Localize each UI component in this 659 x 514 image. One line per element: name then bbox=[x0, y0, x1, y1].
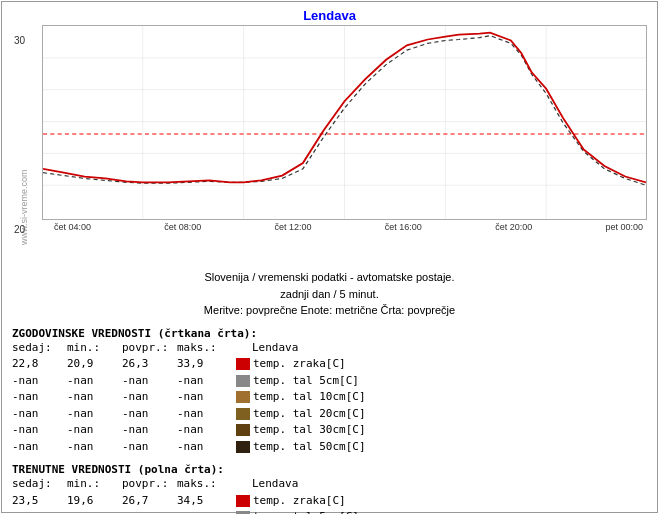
cell-sedaj: -nan bbox=[12, 439, 67, 456]
x-axis-labels: čet 04:00 čet 08:00 čet 12:00 čet 16:00 … bbox=[42, 220, 647, 234]
cell-label: temp. zraka[C] bbox=[236, 493, 346, 510]
svg-rect-17 bbox=[236, 495, 250, 507]
y-label-30: 30 bbox=[14, 35, 25, 46]
cell-min: -nan bbox=[67, 373, 122, 390]
cell-sedaj: -nan bbox=[12, 389, 67, 406]
cell-min: -nan bbox=[67, 406, 122, 423]
cell-maks: -nan bbox=[177, 422, 232, 439]
historic-col-sedaj: sedaj: bbox=[12, 340, 67, 357]
current-title: TRENUTNE VREDNOSTI (polna črta): bbox=[12, 463, 647, 476]
svg-rect-12 bbox=[236, 375, 250, 387]
table-row: -nan -nan -nan -nan temp. tal 20cm[C] bbox=[12, 406, 647, 423]
caption-line3: Meritve: povprečne Enote: metrične Črta:… bbox=[2, 302, 657, 319]
main-container: Lendava www.si-vreme.com 30 20 bbox=[1, 1, 658, 513]
current-col-maks: maks.: bbox=[177, 476, 232, 493]
cell-povpr: -nan bbox=[122, 406, 177, 423]
cell-maks: -nan bbox=[177, 389, 232, 406]
current-col-min: min.: bbox=[67, 476, 122, 493]
chart-container: www.si-vreme.com 30 20 bbox=[2, 25, 657, 265]
cell-min: -nan bbox=[67, 439, 122, 456]
x-label-5: pet 00:00 bbox=[605, 222, 643, 232]
cell-label: temp. zraka[C] bbox=[236, 356, 346, 373]
cell-sedaj: -nan bbox=[12, 373, 67, 390]
table-row: 23,5 19,6 26,7 34,5 temp. zraka[C] bbox=[12, 493, 647, 510]
x-label-1: čet 08:00 bbox=[164, 222, 201, 232]
cell-min: 19,6 bbox=[67, 493, 122, 510]
historic-col-min: min.: bbox=[67, 340, 122, 357]
historic-location: Lendava bbox=[252, 340, 298, 357]
cell-label: temp. tal 5cm[C] bbox=[236, 373, 359, 390]
cell-povpr: -nan bbox=[122, 439, 177, 456]
watermark: www.si-vreme.com bbox=[19, 45, 29, 245]
cell-povpr: 26,3 bbox=[122, 356, 177, 373]
table-row: -nan -nan -nan -nan temp. tal 5cm[C] bbox=[12, 373, 647, 390]
cell-min: -nan bbox=[67, 509, 122, 514]
caption-block: Slovenija / vremenski podatki - avtomats… bbox=[2, 265, 657, 321]
chart-svg bbox=[42, 25, 647, 220]
svg-rect-16 bbox=[236, 441, 250, 453]
cell-label: temp. tal 50cm[C] bbox=[236, 439, 366, 456]
table-row: -nan -nan -nan -nan temp. tal 5cm[C] bbox=[12, 509, 647, 514]
historic-col-povpr: povpr.: bbox=[122, 340, 177, 357]
cell-sedaj: 22,8 bbox=[12, 356, 67, 373]
current-col-povpr: povpr.: bbox=[122, 476, 177, 493]
svg-rect-13 bbox=[236, 391, 250, 403]
x-label-4: čet 20:00 bbox=[495, 222, 532, 232]
cell-povpr: 26,7 bbox=[122, 493, 177, 510]
historic-col-maks: maks.: bbox=[177, 340, 232, 357]
svg-rect-11 bbox=[236, 358, 250, 370]
current-location: Lendava bbox=[252, 476, 298, 493]
cell-sedaj: -nan bbox=[12, 406, 67, 423]
caption-line1: Slovenija / vremenski podatki - avtomats… bbox=[2, 269, 657, 286]
current-section: TRENUTNE VREDNOSTI (polna črta): sedaj: … bbox=[2, 457, 657, 514]
cell-povpr: -nan bbox=[122, 509, 177, 514]
cell-maks: -nan bbox=[177, 509, 232, 514]
svg-rect-15 bbox=[236, 424, 250, 436]
historic-rows: 22,8 20,9 26,3 33,9 temp. zraka[C] -nan … bbox=[12, 356, 647, 455]
current-header: sedaj: min.: povpr.: maks.: Lendava bbox=[12, 476, 647, 493]
cell-sedaj: -nan bbox=[12, 509, 67, 514]
cell-min: -nan bbox=[67, 389, 122, 406]
cell-min: -nan bbox=[67, 422, 122, 439]
cell-povpr: -nan bbox=[122, 373, 177, 390]
cell-label: temp. tal 10cm[C] bbox=[236, 389, 366, 406]
current-col-sedaj: sedaj: bbox=[12, 476, 67, 493]
historic-header: sedaj: min.: povpr.: maks.: Lendava bbox=[12, 340, 647, 357]
x-label-0: čet 04:00 bbox=[54, 222, 91, 232]
cell-maks: -nan bbox=[177, 406, 232, 423]
table-row: 22,8 20,9 26,3 33,9 temp. zraka[C] bbox=[12, 356, 647, 373]
cell-maks: -nan bbox=[177, 373, 232, 390]
cell-povpr: -nan bbox=[122, 389, 177, 406]
x-label-3: čet 16:00 bbox=[385, 222, 422, 232]
current-rows: 23,5 19,6 26,7 34,5 temp. zraka[C] -nan … bbox=[12, 493, 647, 515]
cell-label: temp. tal 5cm[C] bbox=[236, 509, 359, 514]
historic-title: ZGODOVINSKE VREDNOSTI (črtkana črta): bbox=[12, 327, 647, 340]
cell-maks: 33,9 bbox=[177, 356, 232, 373]
table-row: -nan -nan -nan -nan temp. tal 30cm[C] bbox=[12, 422, 647, 439]
cell-sedaj: 23,5 bbox=[12, 493, 67, 510]
cell-min: 20,9 bbox=[67, 356, 122, 373]
cell-maks: 34,5 bbox=[177, 493, 232, 510]
historic-section: ZGODOVINSKE VREDNOSTI (črtkana črta): se… bbox=[2, 321, 657, 458]
page-title: Lendava bbox=[2, 2, 657, 25]
table-row: -nan -nan -nan -nan temp. tal 10cm[C] bbox=[12, 389, 647, 406]
cell-maks: -nan bbox=[177, 439, 232, 456]
x-label-2: čet 12:00 bbox=[275, 222, 312, 232]
cell-label: temp. tal 20cm[C] bbox=[236, 406, 366, 423]
svg-rect-14 bbox=[236, 408, 250, 420]
cell-povpr: -nan bbox=[122, 422, 177, 439]
cell-label: temp. tal 30cm[C] bbox=[236, 422, 366, 439]
y-label-20: 20 bbox=[14, 224, 25, 235]
table-row: -nan -nan -nan -nan temp. tal 50cm[C] bbox=[12, 439, 647, 456]
caption-line2: zadnji dan / 5 minut. bbox=[2, 286, 657, 303]
cell-sedaj: -nan bbox=[12, 422, 67, 439]
